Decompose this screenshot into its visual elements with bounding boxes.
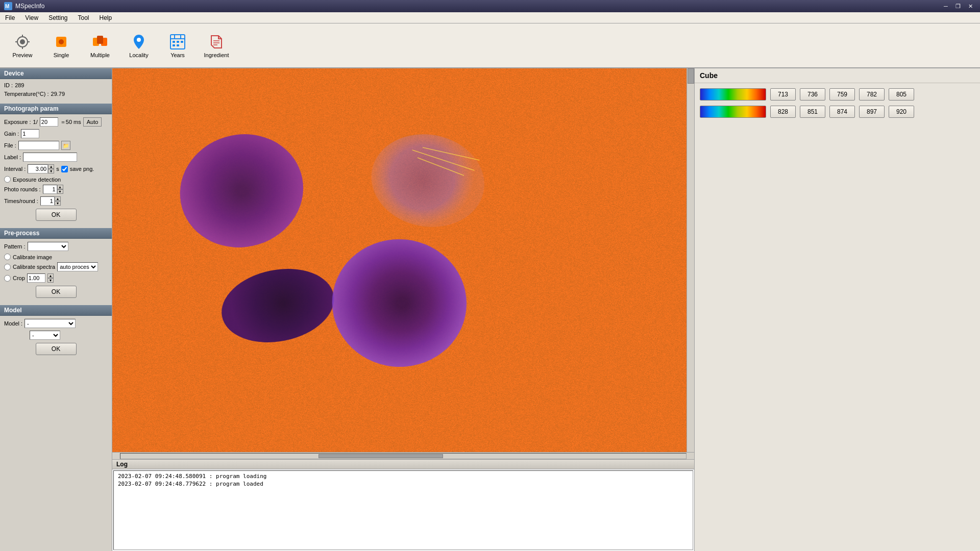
main-image-canvas (112, 68, 694, 452)
menu-tool[interactable]: Tool (73, 12, 94, 23)
gain-input[interactable] (21, 129, 39, 138)
log-content[interactable]: 2023-02-07 09:24:48.580091 : program loa… (113, 470, 693, 550)
model-section: Model Model : - model1 - sub1 OK (0, 305, 112, 361)
photo-rounds-input[interactable] (43, 185, 57, 194)
preprocess-ok-button[interactable]: OK (36, 286, 77, 298)
wavelength-713[interactable]: 713 (770, 88, 796, 101)
process-select[interactable]: auto process manual (57, 262, 98, 271)
times-per-round-up[interactable]: ▲ (55, 196, 61, 201)
save-png-label: save png. (70, 166, 94, 172)
device-id-value: 289 (15, 82, 24, 88)
folder-button[interactable]: 📁 (61, 141, 70, 150)
menu-setting[interactable]: Setting (43, 12, 72, 23)
app-title: MSpecInfo (15, 3, 940, 10)
svg-point-9 (59, 39, 64, 44)
svg-point-13 (137, 38, 141, 42)
file-input[interactable] (18, 141, 59, 150)
wavelength-920[interactable]: 920 (889, 106, 914, 118)
sub-model-row: - sub1 (4, 331, 108, 340)
toolbar-years[interactable]: Years (159, 26, 196, 65)
pattern-select[interactable]: option1 (28, 242, 68, 251)
cube-content: 713 736 759 782 805 828 851 874 897 920 (695, 83, 980, 123)
horizontal-scrollbar-area (112, 452, 694, 459)
model-select[interactable]: - model1 (24, 319, 76, 328)
menu-help[interactable]: Help (94, 12, 117, 23)
photograph-ok-button[interactable]: OK (36, 209, 77, 221)
svg-text:M: M (5, 4, 9, 9)
preview-label: Preview (12, 52, 32, 58)
calibrate-image-radio[interactable] (4, 254, 11, 260)
photo-rounds-up[interactable]: ▲ (57, 185, 63, 189)
wavelength-805[interactable]: 805 (889, 88, 914, 101)
spectrum-bar-2 (700, 106, 766, 118)
interval-down[interactable]: ▼ (48, 169, 54, 173)
interval-unit: s (56, 166, 59, 172)
preprocess-body: Pattern : option1 Calibrate image Calibr… (0, 239, 112, 304)
interval-input[interactable] (28, 164, 48, 173)
locality-icon (130, 33, 148, 51)
menubar: File View Setting Tool Help (0, 12, 980, 23)
exposure-row: Exposure : 1/ ＝50 ms Auto (4, 117, 108, 127)
wavelength-828[interactable]: 828 (770, 106, 796, 118)
crop-arrows: ▲ ▼ (47, 273, 54, 283)
exposure-label: Exposure : (4, 119, 31, 125)
calibrate-spectra-radio[interactable] (4, 264, 11, 270)
h-scrollbar-thumb[interactable] (318, 454, 443, 458)
wavelength-874[interactable]: 874 (829, 106, 855, 118)
interval-spinner: ▲ ▼ (28, 164, 54, 173)
sub-model-select[interactable]: - sub1 (30, 331, 60, 340)
photo-rounds-down[interactable]: ▼ (57, 189, 63, 194)
wavelength-851[interactable]: 851 (800, 106, 825, 118)
years-icon (168, 33, 187, 51)
wavelength-759[interactable]: 759 (829, 88, 855, 101)
file-row: File : 📁 (4, 141, 108, 150)
toolbar-multiple[interactable]: Multiple (82, 26, 118, 65)
times-per-round-label: Times/round : (4, 198, 38, 204)
exposure-input[interactable] (40, 117, 58, 127)
crop-radio[interactable] (4, 275, 11, 282)
pattern-row: Pattern : option1 (4, 242, 108, 251)
file-label: File : (4, 142, 16, 148)
vertical-scrollbar[interactable] (687, 68, 694, 452)
crop-down[interactable]: ▼ (47, 278, 54, 283)
menu-view[interactable]: View (20, 12, 43, 23)
crop-input[interactable] (27, 273, 45, 283)
times-per-round-spinner: ▲ ▼ (40, 196, 61, 206)
model-ok-button[interactable]: OK (36, 343, 77, 355)
wavelength-782[interactable]: 782 (859, 88, 885, 101)
menu-file[interactable]: File (0, 12, 20, 23)
minimize-button[interactable]: ─ (940, 2, 951, 11)
times-per-round-down[interactable]: ▼ (55, 201, 61, 206)
toolbar-preview[interactable]: Preview (4, 26, 41, 65)
folder-icon: 📁 (63, 143, 69, 148)
photograph-header: Photograph param (0, 104, 112, 114)
wavelength-897[interactable]: 897 (859, 106, 885, 118)
restore-button[interactable]: ❐ (952, 2, 964, 11)
times-per-round-input[interactable] (40, 196, 55, 206)
close-button[interactable]: ✕ (965, 2, 976, 11)
save-png-checkbox[interactable] (61, 166, 68, 172)
label-input[interactable] (23, 153, 77, 162)
auto-button[interactable]: Auto (83, 117, 102, 127)
photo-rounds-row: Photo rounds : ▲ ▼ (4, 185, 108, 194)
device-body: ID : 289 Temperature(°C) : 29.79 (0, 79, 112, 103)
device-id-label: ID : (4, 82, 13, 88)
multiple-label: Multiple (90, 52, 110, 58)
single-label: Single (54, 52, 69, 58)
device-temp-value: 29.79 (51, 91, 65, 97)
exposure-suffix: ＝50 ms (60, 118, 81, 126)
v-scrollbar-thumb[interactable] (688, 68, 694, 84)
crop-up[interactable]: ▲ (47, 273, 54, 278)
toolbar-single[interactable]: Single (43, 26, 80, 65)
toolbar-ingredient[interactable]: Ingredient (198, 26, 235, 65)
cube-title: Cube (695, 68, 980, 83)
device-section: Device ID : 289 Temperature(°C) : 29.79 (0, 68, 112, 103)
times-per-round-row: Times/round : ▲ ▼ (4, 196, 108, 206)
h-scrollbar-track[interactable] (120, 453, 687, 459)
toolbar: Preview Single Multiple Lo (0, 23, 980, 68)
wavelength-736[interactable]: 736 (800, 88, 825, 101)
toolbar-locality[interactable]: Locality (120, 26, 157, 65)
interval-up[interactable]: ▲ (48, 164, 54, 169)
exposure-detection-radio[interactable] (4, 176, 11, 183)
exposure-detection-label: Exposure detection (13, 177, 61, 183)
